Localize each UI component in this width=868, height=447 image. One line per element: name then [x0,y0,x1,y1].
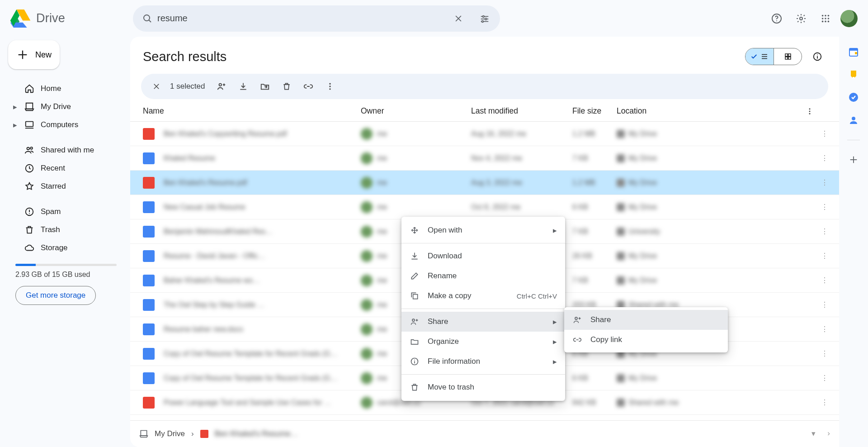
col-actions[interactable] [806,107,828,115]
search-box[interactable] [133,5,500,32]
ctx-share[interactable]: Share ▸ [401,312,565,332]
download-icon[interactable] [233,76,253,96]
clear-selection-icon[interactable] [146,76,166,96]
breadcrumb-root[interactable]: My Drive [155,429,185,438]
tasks-icon[interactable] [848,92,859,103]
svg-line-1 [149,20,151,22]
svg-rect-37 [788,57,790,59]
search-input[interactable] [157,13,443,24]
ctx-make-copy[interactable]: Make a copy Ctrl+C Ctrl+V [401,286,565,306]
chevron-down-icon[interactable]: ▾ [811,429,816,438]
row-more-icon[interactable]: ⋮ [806,374,828,382]
ctx-move-trash[interactable]: Move to trash [401,377,565,397]
nav-starred[interactable]: Starred [8,178,124,195]
topbar: Drive [0,0,868,37]
link-icon[interactable] [298,76,318,96]
ctx-rename[interactable]: Rename [401,266,565,286]
info-icon[interactable] [808,48,826,66]
share-icon[interactable] [212,76,231,96]
move-icon[interactable] [255,76,275,96]
svg-rect-24 [26,122,33,127]
svg-point-26 [30,147,33,149]
svg-point-43 [219,84,222,86]
col-name[interactable]: Name [143,106,361,116]
table-row[interactable]: Khaled Resume me Nov 4, 2022 me 7 KB My … [130,146,839,171]
nav-recent[interactable]: Recent [8,160,124,177]
folder-icon [410,337,420,346]
row-more-icon[interactable]: ⋮ [806,325,828,333]
row-more-icon[interactable]: ⋮ [806,129,828,138]
row-more-icon[interactable]: ⋮ [806,178,828,187]
nav-mydrive[interactable]: ▸My Drive [8,98,124,115]
nav-home[interactable]: Home [8,80,124,97]
row-more-icon[interactable]: ⋮ [806,276,828,285]
ctx-download[interactable]: Download [401,246,565,266]
delete-icon[interactable] [277,76,297,96]
svg-point-67 [852,117,855,120]
drive-small-icon [139,429,148,438]
owner-avatar-icon [361,397,373,409]
svg-rect-64 [855,52,857,54]
svg-point-0 [144,15,150,21]
svg-point-25 [27,147,30,150]
account-avatar[interactable] [839,9,859,29]
chevron-right-icon: ▸ [553,226,557,235]
keep-icon[interactable] [848,69,859,80]
row-more-icon[interactable]: ⋮ [806,300,828,309]
more-icon[interactable] [320,76,340,96]
nav-spam[interactable]: Spam [8,203,124,220]
file-name: Resume baher new.docx [164,325,243,333]
ctx-organize[interactable]: Organize ▸ [401,332,565,352]
col-location[interactable]: Location [617,106,806,116]
table-row[interactable]: Ben Khaled's Copywriting Resume.pdf me A… [130,122,839,146]
get-more-storage-button[interactable]: Get more storage [15,286,96,305]
table-row[interactable]: New Casual Job Resume me Oct 8, 2022 me … [130,195,839,219]
svg-rect-34 [785,54,788,56]
row-more-icon[interactable]: ⋮ [806,349,828,358]
open-with-icon [410,226,420,235]
col-modified[interactable]: Last modified [471,106,572,116]
new-button-label: New [35,50,52,60]
svg-point-49 [809,108,811,109]
svg-point-12 [800,17,802,20]
doc-file-icon [143,348,155,360]
file-name: Ben Khaled's Copywriting Resume.pdf [164,130,287,138]
breadcrumb-file[interactable]: Ben Khaled's Resume… [215,429,298,438]
grid-view-button[interactable] [774,48,802,65]
table-row[interactable]: Ben Khaled's Resume.pdf me Aug 3, 2022 m… [130,171,839,195]
drive-brand[interactable]: Drive [9,7,127,30]
nav-shared[interactable]: Shared with me [8,142,124,159]
svg-point-20 [825,20,826,22]
svg-point-21 [828,20,830,22]
svg-rect-65 [853,77,854,79]
row-more-icon[interactable]: ⋮ [806,252,828,260]
help-icon[interactable] [766,8,788,29]
file-name: Khaled Resume [164,154,215,162]
col-size[interactable]: File size [572,106,617,116]
row-more-icon[interactable]: ⋮ [806,154,828,162]
submenu-share[interactable]: Share [564,310,728,330]
ctx-file-info[interactable]: File information ▸ [401,352,565,371]
list-view-button[interactable] [745,48,774,65]
new-button[interactable]: New [8,40,60,69]
chevron-right-icon: ▸ [553,337,557,347]
contacts-icon[interactable] [848,114,859,125]
nav-trash[interactable]: Trash [8,221,124,238]
row-more-icon[interactable]: ⋮ [806,203,828,211]
row-more-icon[interactable]: ⋮ [806,398,828,407]
apps-icon[interactable] [815,8,836,29]
chevron-right-icon[interactable]: › [827,429,830,438]
nav-storage[interactable]: Storage [8,239,124,257]
col-owner[interactable]: Owner [361,106,471,116]
main-panel: Search results [130,37,839,447]
search-options-icon[interactable] [474,8,495,29]
ctx-open-with[interactable]: Open with ▸ [401,220,565,240]
row-more-icon[interactable]: ⋮ [806,227,828,236]
add-addon-icon[interactable] [849,155,859,165]
nav-computers[interactable]: ▸Computers [8,116,124,133]
brand-name: Drive [36,11,65,25]
clear-search-icon[interactable] [448,8,469,29]
calendar-icon[interactable] [848,47,859,57]
submenu-copylink[interactable]: Copy link [564,330,728,350]
settings-icon[interactable] [790,8,812,29]
